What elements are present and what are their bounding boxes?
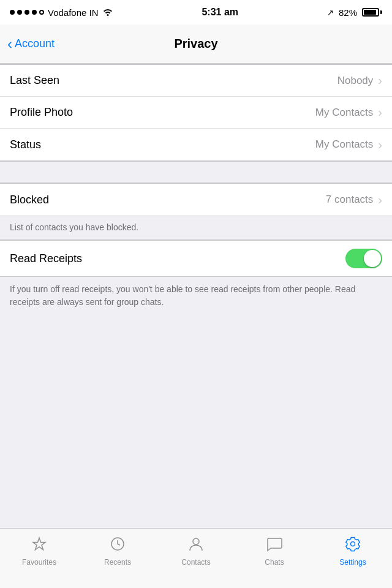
- blocked-chevron-icon: ›: [378, 193, 382, 207]
- tab-recents-label: Recents: [104, 558, 131, 567]
- location-icon: ↗: [327, 8, 334, 17]
- tab-settings[interactable]: Settings: [314, 535, 392, 567]
- last-seen-label: Last Seen: [10, 74, 59, 87]
- last-seen-text: Nobody: [337, 75, 374, 87]
- profile-photo-label: Profile Photo: [10, 106, 73, 119]
- signal-dots: [10, 10, 44, 15]
- profile-photo-value: My Contacts ›: [315, 105, 382, 119]
- back-arrow-icon: ‹: [7, 37, 12, 51]
- tab-contacts[interactable]: Contacts: [157, 535, 235, 567]
- status-bar: Vodafone IN 5:31 am ↗ 82%: [0, 0, 392, 24]
- status-label: Status: [10, 138, 41, 151]
- settings-icon: [344, 535, 362, 556]
- svg-point-2: [351, 542, 355, 546]
- blocked-label: Blocked: [10, 194, 49, 206]
- status-right: ↗ 82%: [327, 7, 382, 18]
- blocked-count: 7 contacts: [326, 194, 374, 206]
- read-receipts-row[interactable]: Read Receipts: [0, 240, 392, 277]
- profile-photo-text: My Contacts: [315, 107, 373, 119]
- last-seen-chevron-icon: ›: [378, 74, 382, 88]
- tab-chats-label: Chats: [265, 558, 284, 567]
- content-area: Last Seen Nobody › Profile Photo My Cont…: [0, 64, 392, 316]
- status-left: Vodafone IN: [10, 7, 113, 18]
- tab-chats[interactable]: Chats: [235, 535, 314, 567]
- status-row[interactable]: Status My Contacts ›: [0, 129, 392, 160]
- read-receipts-description: If you turn off read receipts, you won't…: [0, 277, 392, 316]
- signal-dot-2: [17, 10, 22, 15]
- section-divider-1: [0, 161, 392, 183]
- status-value: My Contacts ›: [315, 138, 382, 152]
- favourites-icon: [30, 535, 48, 556]
- read-receipts-label: Read Receipts: [10, 252, 82, 265]
- page-title: Privacy: [174, 37, 217, 51]
- read-receipts-toggle[interactable]: [345, 249, 382, 268]
- nav-bar: ‹ Account Privacy: [0, 24, 392, 64]
- blocked-description: List of contacts you have blocked.: [0, 216, 392, 240]
- blocked-value: 7 contacts ›: [326, 193, 382, 207]
- blocked-section: Blocked 7 contacts ›: [0, 183, 392, 216]
- tab-favourites-label: Favourites: [22, 558, 56, 567]
- tab-bar: Favourites Recents Contacts Chats: [0, 528, 392, 588]
- battery-percent: 82%: [339, 7, 357, 18]
- profile-photo-chevron-icon: ›: [378, 105, 382, 119]
- contacts-icon: [187, 535, 205, 556]
- privacy-section: Last Seen Nobody › Profile Photo My Cont…: [0, 64, 392, 161]
- status-chevron-icon: ›: [378, 138, 382, 152]
- tab-contacts-label: Contacts: [181, 558, 210, 567]
- signal-dot-5: [39, 10, 44, 15]
- signal-dot-3: [24, 10, 29, 15]
- tab-settings-label: Settings: [339, 558, 366, 567]
- carrier-name: Vodafone IN: [48, 7, 99, 18]
- battery-indicator: [362, 8, 382, 17]
- svg-point-1: [193, 538, 199, 545]
- tab-recents[interactable]: Recents: [78, 535, 157, 567]
- recents-icon: [108, 535, 127, 556]
- toggle-knob: [364, 250, 381, 267]
- last-seen-row[interactable]: Last Seen Nobody ›: [0, 65, 392, 97]
- chats-icon: [265, 535, 284, 556]
- status-text: My Contacts: [315, 138, 373, 151]
- profile-photo-row[interactable]: Profile Photo My Contacts ›: [0, 97, 392, 129]
- signal-dot-1: [10, 10, 15, 15]
- last-seen-value: Nobody ›: [337, 74, 382, 88]
- back-button[interactable]: ‹ Account: [7, 37, 55, 51]
- signal-dot-4: [32, 10, 37, 15]
- blocked-row[interactable]: Blocked 7 contacts ›: [0, 184, 392, 216]
- back-label: Account: [15, 37, 55, 50]
- status-time: 5:31 am: [202, 7, 238, 18]
- tab-favourites[interactable]: Favourites: [0, 535, 78, 567]
- wifi-icon: [102, 7, 113, 18]
